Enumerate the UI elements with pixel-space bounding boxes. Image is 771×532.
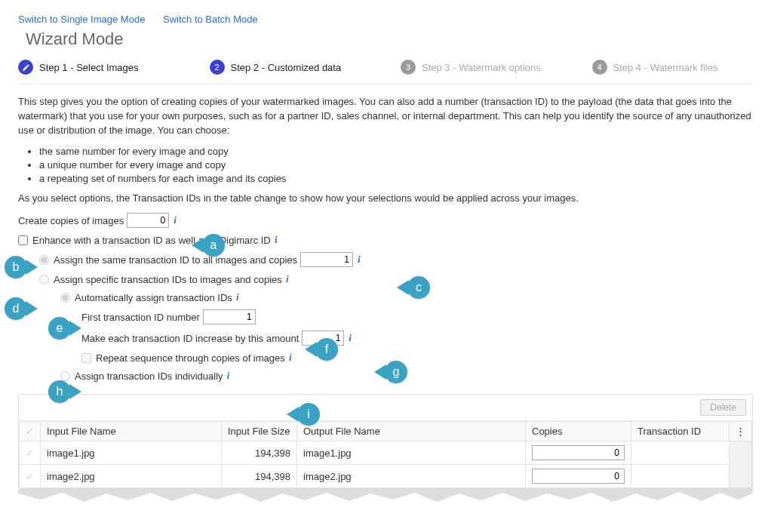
- create-copies-row: Create copies of images i: [18, 213, 753, 228]
- create-copies-input[interactable]: [127, 213, 169, 228]
- table-row[interactable]: ✓ image1.jpg 194,398 image1.jpg: [20, 441, 752, 465]
- repeat-row: Repeat sequence through copies of images…: [81, 352, 753, 364]
- cell-input: image2.jpg: [41, 465, 222, 488]
- radio-same-row: Assign the same transaction ID to all im…: [39, 252, 753, 267]
- radio-same-label: Assign the same transaction ID to all im…: [54, 254, 297, 266]
- delete-button[interactable]: Delete: [700, 399, 746, 416]
- info-icon[interactable]: i: [234, 291, 239, 303]
- radio-auto-label: Automatically assign transaction IDs: [75, 292, 232, 303]
- first-tid-input[interactable]: [203, 309, 256, 324]
- info-icon[interactable]: i: [272, 234, 278, 246]
- cell-size: 194,398: [222, 441, 297, 465]
- col-input-header[interactable]: Input File Name: [41, 422, 222, 441]
- col-tid-header[interactable]: Transaction ID: [631, 422, 730, 441]
- row-check[interactable]: ✓: [20, 441, 41, 465]
- cell-tid: [631, 465, 730, 488]
- switch-single-image-link[interactable]: Switch to Single Image Mode: [18, 14, 145, 25]
- radio-specific-label: Assign specific transaction IDs to image…: [54, 274, 282, 285]
- file-table-wrap: Delete ✓ Input File Name Input File Size…: [18, 394, 753, 489]
- step-3-circle: 3: [401, 60, 416, 75]
- radio-individual-row: Assign transaction IDs individually i: [60, 370, 753, 382]
- radio-specific-row: Assign specific transaction IDs to image…: [39, 273, 753, 285]
- increase-label: Make each transaction ID increase by thi…: [81, 333, 299, 344]
- first-tid-row: First transaction ID number: [81, 309, 753, 324]
- bullet-item: a repeating set of numbers for each imag…: [39, 173, 753, 184]
- first-tid-label: First transaction ID number: [81, 312, 200, 323]
- col-size-header[interactable]: Input File Size: [222, 422, 297, 441]
- step-2-circle: 2: [210, 60, 225, 75]
- info-icon[interactable]: i: [284, 273, 289, 285]
- file-table: ✓ Input File Name Input File Size Output…: [19, 421, 752, 488]
- step-4-circle: 4: [592, 60, 607, 75]
- radio-individual-label: Assign transaction IDs individually: [75, 371, 223, 382]
- torn-edge-decoration: [18, 489, 753, 506]
- repeat-label: Repeat sequence through copies of images: [96, 352, 285, 364]
- info-icon[interactable]: i: [174, 214, 177, 226]
- radio-auto[interactable]: [60, 293, 70, 303]
- bullet-item: a unique number for every image and copy: [39, 159, 753, 171]
- page-title: Wizard Mode: [26, 29, 753, 49]
- table-row[interactable]: ✓ image2.jpg 194,398 image2.jpg: [20, 465, 752, 488]
- top-links: Switch to Single Image Mode Switch to Ba…: [18, 14, 753, 25]
- cell-copies: [526, 465, 631, 488]
- cell-output: image2.jpg: [297, 465, 526, 488]
- cell-tid: [631, 441, 730, 465]
- radio-specific[interactable]: [39, 275, 49, 284]
- step-1-label: Step 1 - Select Images: [39, 62, 139, 73]
- callout-d: d: [5, 297, 27, 320]
- info-icon[interactable]: i: [349, 332, 352, 344]
- option-bullets: the same number for every image and copy…: [39, 146, 753, 184]
- step-1[interactable]: Step 1 - Select Images: [18, 60, 180, 75]
- enhance-row: Enhance with a transaction ID as well as…: [18, 234, 753, 246]
- info-icon[interactable]: i: [287, 352, 292, 364]
- enhance-checkbox[interactable]: [18, 235, 28, 245]
- step-2-label: Step 2 - Customized data: [231, 62, 342, 73]
- wizard-steps: Step 1 - Select Images 2 Step 2 - Custom…: [18, 60, 753, 85]
- cell-copies: [526, 441, 631, 465]
- scrollbar[interactable]: [730, 441, 752, 488]
- bullet-item: the same number for every image and copy: [39, 146, 753, 157]
- cell-output: image1.jpg: [297, 441, 526, 465]
- step-description: This step gives you the option of creati…: [18, 95, 753, 138]
- col-output-header[interactable]: Output File Name: [297, 422, 526, 441]
- pencil-icon: [18, 60, 33, 75]
- column-options-icon[interactable]: ⋮: [730, 422, 752, 441]
- step-4-label: Step 4 - Watermark files: [613, 62, 718, 73]
- radio-auto-row: Automatically assign transaction IDs i: [60, 291, 753, 303]
- info-icon[interactable]: i: [225, 370, 230, 382]
- callout-b: b: [5, 256, 27, 278]
- step-3[interactable]: 3 Step 3 - Watermark options: [401, 60, 562, 75]
- row-check[interactable]: ✓: [20, 465, 41, 488]
- copies-input[interactable]: [532, 445, 625, 460]
- increase-row: Make each transaction ID increase by thi…: [81, 331, 753, 346]
- table-toolbar: Delete: [19, 395, 752, 421]
- repeat-checkbox[interactable]: [81, 353, 91, 363]
- increase-input[interactable]: [302, 331, 344, 346]
- info-icon[interactable]: i: [358, 254, 361, 266]
- radio-individual[interactable]: [60, 371, 70, 381]
- same-tid-input[interactable]: [300, 252, 353, 267]
- radio-same[interactable]: [39, 255, 49, 265]
- callout-e: e: [48, 317, 71, 340]
- cell-size: 194,398: [222, 465, 297, 488]
- select-all-header[interactable]: ✓: [20, 422, 41, 441]
- table-header-row: ✓ Input File Name Input File Size Output…: [20, 422, 752, 441]
- switch-batch-link[interactable]: Switch to Batch Mode: [163, 14, 258, 25]
- col-copies-header[interactable]: Copies: [526, 422, 631, 441]
- step-2[interactable]: 2 Step 2 - Customized data: [210, 60, 371, 75]
- step-description-2: As you select options, the Transaction I…: [18, 192, 753, 206]
- copies-input[interactable]: [532, 469, 625, 484]
- cell-input: image1.jpg: [41, 441, 222, 465]
- enhance-label: Enhance with a transaction ID as well as…: [32, 235, 271, 246]
- step-4[interactable]: 4 Step 4 - Watermark files: [592, 60, 754, 75]
- create-copies-label: Create copies of images: [18, 215, 124, 226]
- step-3-label: Step 3 - Watermark options: [422, 62, 541, 73]
